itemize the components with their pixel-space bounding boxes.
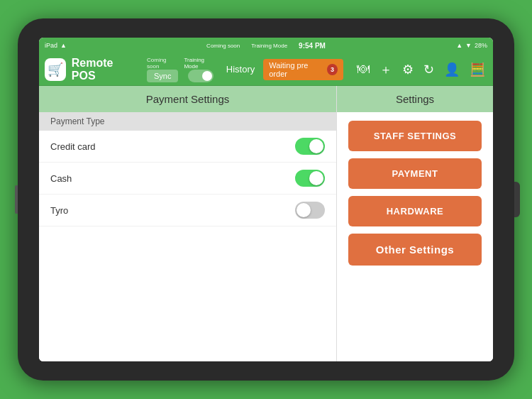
cash-label: Cash	[50, 173, 72, 184]
status-left: iPad ▲	[45, 42, 67, 49]
tyro-toggle[interactable]	[295, 202, 325, 219]
list-item: Cash	[39, 163, 336, 195]
waiting-label: Waiting pre order	[269, 61, 324, 78]
payment-button[interactable]: PAYMENT	[348, 158, 482, 189]
settings-buttons-container: STAFF SETTINGS PAYMENT HARDWARE Other Se…	[337, 112, 493, 361]
add-icon[interactable]: ＋	[379, 61, 392, 78]
waiting-badge: Waiting pre order 3	[263, 59, 343, 80]
coming-soon-section: Coming soon Sync	[147, 57, 178, 82]
sync-button[interactable]: Sync	[147, 70, 178, 82]
food-icon[interactable]: 🍽	[357, 62, 370, 77]
power-button	[514, 182, 520, 217]
waiting-count: 3	[327, 64, 338, 75]
nav-bar: 🛒 Remote POS Coming soon Sync Training M…	[39, 53, 493, 86]
coming-soon-label: Coming soon	[206, 43, 240, 49]
tablet-frame: iPad ▲ Coming soon Training Mode 9:54 PM…	[18, 18, 514, 381]
list-item: Credit card	[39, 131, 336, 163]
tablet-screen: iPad ▲ Coming soon Training Mode 9:54 PM…	[39, 38, 493, 361]
main-content: Payment Settings Payment Type Credit car…	[39, 86, 493, 361]
credit-card-label: Credit card	[50, 141, 96, 152]
training-mode-toggle[interactable]	[188, 70, 214, 82]
battery-display: 28%	[475, 42, 487, 49]
settings-header: Settings	[337, 86, 493, 112]
status-right: ▲ ▼ 28%	[456, 42, 487, 49]
wifi-status-icon: ▼	[465, 42, 472, 49]
payment-settings-header: Payment Settings	[39, 86, 336, 112]
history-button[interactable]: History	[226, 64, 255, 75]
calculator-icon[interactable]: 🧮	[470, 62, 485, 77]
staff-settings-button[interactable]: STAFF SETTINGS	[348, 121, 482, 151]
training-mode-label: Training Mode	[251, 43, 287, 49]
training-mode-toggle-wrapper: Training Mode	[184, 57, 217, 82]
training-mode-label: Training Mode	[184, 57, 217, 70]
hardware-button[interactable]: HARDWARE	[348, 196, 482, 226]
ipad-label: iPad	[45, 42, 57, 49]
signal-icon: ▲	[456, 42, 462, 49]
left-panel: Payment Settings Payment Type Credit car…	[39, 86, 337, 361]
other-settings-button[interactable]: Other Settings	[348, 234, 482, 266]
credit-card-toggle[interactable]	[295, 138, 325, 155]
app-title: Remote POS	[72, 57, 135, 82]
time-display: 9:54 PM	[299, 42, 326, 50]
cash-toggle[interactable]	[295, 170, 325, 187]
payment-type-header: Payment Type	[39, 112, 336, 131]
tyro-label: Tyro	[50, 205, 68, 216]
refresh-icon[interactable]: ↻	[423, 62, 434, 77]
app-logo: 🛒	[45, 58, 66, 81]
list-item: Tyro	[39, 195, 336, 226]
volume-button	[15, 185, 18, 214]
right-panel: Settings STAFF SETTINGS PAYMENT HARDWARE…	[337, 86, 493, 361]
wifi-icon: ▲	[60, 42, 67, 49]
user-icon[interactable]: 👤	[444, 62, 460, 77]
gear-icon[interactable]: ⚙	[402, 62, 414, 77]
status-bar: iPad ▲ Coming soon Training Mode 9:54 PM…	[39, 38, 493, 53]
